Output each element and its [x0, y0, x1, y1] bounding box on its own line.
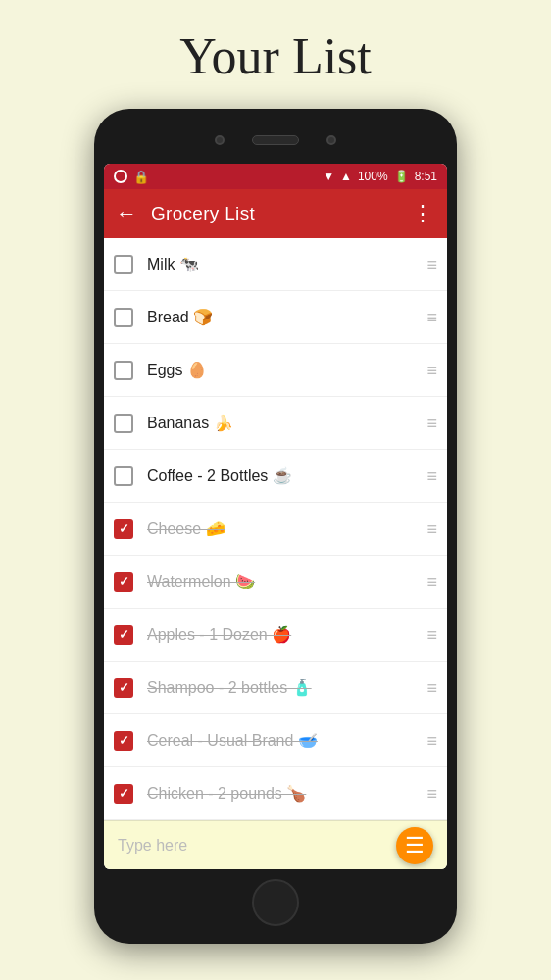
checkbox[interactable]: [114, 466, 133, 486]
more-options-button[interactable]: ⋮: [412, 201, 435, 226]
toolbar-title: Grocery List: [151, 203, 398, 224]
checkbox[interactable]: [114, 308, 133, 327]
phone-top-bar: [104, 126, 447, 154]
drag-handle-icon[interactable]: ≡: [426, 256, 437, 273]
checkbox[interactable]: ✓: [114, 572, 133, 592]
list-item: ✓Apples - 1 Dozen 🍎≡: [104, 609, 447, 662]
page-title: Your List: [179, 27, 372, 85]
speaker-grille: [252, 135, 299, 145]
checkmark-icon: ✓: [119, 574, 129, 589]
time-text: 8:51: [415, 170, 437, 183]
checkbox[interactable]: ✓: [114, 625, 133, 645]
checkmark-icon: ✓: [119, 521, 129, 536]
list-item: ✓Cereal - Usual Brand 🥣≡: [104, 714, 447, 767]
list-item: ✓Cheese 🧀≡: [104, 503, 447, 556]
battery-icon: 🔋: [394, 170, 409, 183]
checkbox[interactable]: ✓: [114, 784, 133, 804]
checkbox[interactable]: ✓: [114, 678, 133, 698]
checkbox[interactable]: [114, 255, 133, 274]
item-label: Shampoo - 2 bottles 🧴: [147, 678, 419, 697]
list-item: ✓Watermelon 🍉≡: [104, 556, 447, 609]
checkmark-icon: ✓: [119, 733, 129, 748]
drag-handle-icon[interactable]: ≡: [426, 785, 437, 803]
drag-handle-icon[interactable]: ≡: [426, 467, 437, 485]
lock-icon: 🔒: [133, 170, 149, 184]
checkmark-icon: ✓: [119, 786, 129, 801]
checkbox[interactable]: ✓: [114, 731, 133, 751]
item-label: Milk 🐄: [147, 255, 419, 273]
list-item: ✓Shampoo - 2 bottles 🧴≡: [104, 662, 447, 714]
add-icon: ☰: [405, 833, 425, 858]
phone-screen: 🔒 ▼ ▲ 100% 🔋 8:51 ← Grocery List ⋮ Milk …: [104, 164, 447, 869]
drag-handle-icon[interactable]: ≡: [426, 626, 437, 644]
add-item-button[interactable]: ☰: [396, 827, 433, 864]
battery-text: 100%: [358, 170, 388, 183]
signal-circle-icon: [114, 170, 127, 183]
list-item: Eggs 🥚≡: [104, 344, 447, 397]
grocery-list: Milk 🐄≡Bread 🍞≡Eggs 🥚≡Bananas 🍌≡Coffee -…: [104, 238, 447, 820]
back-button[interactable]: ←: [116, 201, 137, 226]
checkbox[interactable]: [114, 361, 133, 380]
checkbox[interactable]: [114, 414, 133, 433]
item-label: Bananas 🍌: [147, 414, 419, 432]
list-item: Coffee - 2 Bottles ☕≡: [104, 450, 447, 503]
signal-icon: ▲: [340, 170, 352, 183]
status-right: ▼ ▲ 100% 🔋 8:51: [323, 170, 437, 183]
phone-device: 🔒 ▼ ▲ 100% 🔋 8:51 ← Grocery List ⋮ Milk …: [94, 109, 457, 944]
drag-handle-icon[interactable]: ≡: [426, 415, 437, 432]
checkmark-icon: ✓: [119, 627, 129, 642]
status-left: 🔒: [114, 170, 149, 184]
item-label: Coffee - 2 Bottles ☕: [147, 466, 419, 485]
bottom-input-bar: Type here ☰: [104, 820, 447, 869]
item-label: Apples - 1 Dozen 🍎: [147, 625, 419, 644]
list-item: Bananas 🍌≡: [104, 397, 447, 450]
drag-handle-icon[interactable]: ≡: [426, 309, 437, 326]
item-label: Bread 🍞: [147, 308, 419, 326]
drag-handle-icon[interactable]: ≡: [426, 732, 437, 750]
drag-handle-icon[interactable]: ≡: [426, 362, 437, 379]
checkmark-icon: ✓: [119, 680, 129, 695]
item-label: Chicken - 2 pounds 🍗: [147, 784, 419, 803]
camera-dot: [215, 135, 225, 145]
wifi-icon: ▼: [323, 170, 334, 183]
list-item: ✓Chicken - 2 pounds 🍗≡: [104, 767, 447, 820]
item-label: Cereal - Usual Brand 🥣: [147, 731, 419, 750]
app-toolbar: ← Grocery List ⋮: [104, 189, 447, 238]
list-item: Milk 🐄≡: [104, 238, 447, 291]
drag-handle-icon[interactable]: ≡: [426, 573, 437, 591]
item-label: Cheese 🧀: [147, 519, 419, 538]
list-item: Bread 🍞≡: [104, 291, 447, 344]
type-here-placeholder[interactable]: Type here: [118, 837, 396, 855]
item-label: Watermelon 🍉: [147, 572, 419, 591]
phone-bottom-bar: [104, 879, 447, 926]
drag-handle-icon[interactable]: ≡: [426, 679, 437, 697]
drag-handle-icon[interactable]: ≡: [426, 520, 437, 538]
sensor-dot: [326, 135, 336, 145]
status-bar: 🔒 ▼ ▲ 100% 🔋 8:51: [104, 164, 447, 189]
item-label: Eggs 🥚: [147, 361, 419, 379]
home-button[interactable]: [252, 879, 299, 926]
checkbox[interactable]: ✓: [114, 519, 133, 539]
